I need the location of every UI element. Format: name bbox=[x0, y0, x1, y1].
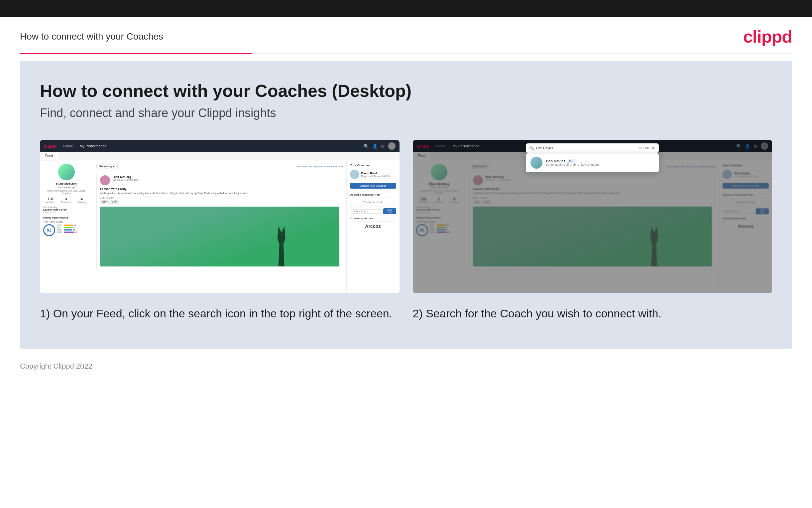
tag-app-1: APP bbox=[110, 200, 118, 204]
arccos-logo-1: Arccos bbox=[350, 221, 396, 231]
settings-icon-nav-1[interactable]: ⚙ bbox=[381, 144, 385, 149]
post-tags-1: OTT APP bbox=[100, 200, 339, 204]
following-count-1: 4 bbox=[77, 197, 87, 201]
connect-title-1: Connect your data bbox=[350, 217, 396, 220]
trackman-input-1[interactable] bbox=[350, 209, 382, 214]
followers-label-1: Followers bbox=[61, 201, 71, 203]
manage-coaches-btn-1[interactable]: Manage Your Coaches bbox=[350, 183, 396, 188]
search-icon-2: 🔍 bbox=[529, 146, 534, 151]
activities-label-1: Activities bbox=[46, 201, 55, 203]
post-author-1: Blair McHarg bbox=[113, 175, 138, 179]
search-result-tag-2: Pro bbox=[568, 159, 575, 163]
desktop-ui-1: clippd Home My Performance 🔍 👤 ⚙ bbox=[40, 140, 399, 293]
post-title-1: Lesson with Fordy bbox=[100, 187, 339, 190]
search-clear-btn-2[interactable]: CLEAR bbox=[638, 146, 650, 150]
perf-title-1: Player Performance bbox=[43, 216, 89, 219]
ui-nav-performance-1[interactable]: My Performance bbox=[80, 144, 107, 148]
page-title: How to connect with your Coaches bbox=[20, 31, 163, 42]
feed-tab-1[interactable]: Feed bbox=[40, 152, 58, 160]
trackman-placeholder-1: Trackman Link bbox=[350, 198, 396, 207]
step2-text: 2) Search for the Coach you wish to conn… bbox=[413, 305, 772, 322]
followers-count-1: 3 bbox=[61, 197, 71, 201]
search-result-item-2[interactable]: Dan Davies Pro Sunningdale Golf Club, Un… bbox=[526, 153, 659, 172]
following-bar-1: Following ▾ Control who can see your act… bbox=[96, 164, 343, 169]
footer-copyright: Copyright Clippd 2022 bbox=[20, 362, 92, 370]
ui-feed-main-1: Blair McHarg Plus Handicap Royal North D… bbox=[40, 160, 399, 293]
main-heading: How to connect with your Coaches (Deskto… bbox=[40, 81, 772, 101]
ui-navbar-1: clippd Home My Performance 🔍 👤 ⚙ bbox=[40, 140, 399, 152]
ui-sidebar-1: Blair McHarg Plus Handicap Royal North D… bbox=[40, 160, 93, 293]
post-avatar-1 bbox=[100, 175, 110, 185]
following-button-1[interactable]: Following ▾ bbox=[96, 164, 118, 169]
ui-center-feed-1: Following ▾ Control who can see your act… bbox=[93, 160, 346, 293]
post-duration-1: 01 hr : 30 min bbox=[100, 197, 339, 199]
screenshot-block-2: clippd Home My Performance 🔍 👤 ⚙ bbox=[413, 140, 772, 322]
footer: Copyright Clippd 2022 bbox=[0, 355, 812, 377]
score-circle-1: 92 bbox=[43, 224, 55, 236]
perf-sub-1: Total Player Quality bbox=[43, 220, 89, 223]
profile-handicap-1: Plus Handicap bbox=[43, 186, 89, 189]
trackman-input-row-1: Add Link bbox=[350, 208, 396, 214]
clippd-logo: clippd bbox=[743, 27, 792, 47]
post-meta-1: Yesterday · Sunningdale bbox=[113, 179, 138, 181]
golfer-silhouette-1 bbox=[272, 226, 291, 266]
screenshot-frame-2: clippd Home My Performance 🔍 👤 ⚙ bbox=[413, 140, 772, 293]
tag-ott-1: OTT bbox=[100, 200, 109, 204]
search-close-btn-2[interactable]: ✕ bbox=[652, 145, 656, 151]
ui-nav-icons-1: 🔍 👤 ⚙ bbox=[364, 142, 395, 150]
coach-item-1: David Ford Royal North Devon Golf Club bbox=[350, 170, 396, 179]
activities-count-1: 131 bbox=[46, 197, 55, 201]
player-performance-1: Player Performance Total Player Quality … bbox=[43, 216, 89, 236]
post-body-1: Looking to feel like my hands are exitin… bbox=[100, 192, 339, 195]
search-icon-nav-1[interactable]: 🔍 bbox=[364, 144, 369, 149]
profile-club-1: Royal North Devon Golf Club, United King… bbox=[43, 189, 89, 194]
search-overlay-2: 🔍 Dan Davies CLEAR ✕ Dan Davies bbox=[413, 140, 772, 293]
ui-right-sidebar-1: Your Coaches David Ford Royal North Devo… bbox=[346, 160, 399, 293]
latest-activity-1: Latest Activity Lesson with Fordy 03 Aug… bbox=[43, 206, 89, 214]
search-bar-2: 🔍 Dan Davies CLEAR ✕ bbox=[526, 143, 659, 153]
user-icon-nav-1[interactable]: 👤 bbox=[372, 144, 378, 149]
activity-name-1: Lesson with Fordy bbox=[43, 208, 89, 211]
desktop-ui-2: clippd Home My Performance 🔍 👤 ⚙ bbox=[413, 140, 772, 293]
header-divider bbox=[20, 53, 792, 54]
trackman-section-1: Upload a Trackman Test Trackman Link Add… bbox=[350, 193, 396, 214]
nav-avatar-1[interactable] bbox=[388, 142, 395, 150]
search-result-info-2: Dan Davies Pro Sunningdale Golf Club, Un… bbox=[546, 159, 599, 166]
control-link-1[interactable]: Control who can see your activity and da… bbox=[293, 165, 343, 168]
step1-text: 1) On your Feed, click on the search ico… bbox=[40, 305, 399, 322]
screenshot-frame-1: clippd Home My Performance 🔍 👤 ⚙ bbox=[40, 140, 399, 293]
main-subheading: Find, connect and share your Clippd insi… bbox=[40, 106, 772, 120]
search-result-name-2: Dan Davies bbox=[546, 159, 565, 163]
following-label-1: Following bbox=[77, 201, 87, 203]
trackman-title-1: Upload a Trackman Test bbox=[350, 193, 396, 196]
search-result-avatar-2 bbox=[530, 157, 542, 169]
post-image-1 bbox=[100, 207, 339, 266]
screenshots-row: clippd Home My Performance 🔍 👤 ⚙ bbox=[40, 140, 772, 322]
search-result-dropdown-2: Dan Davies Pro Sunningdale Golf Club, Un… bbox=[526, 153, 659, 172]
post-header-1: Blair McHarg Yesterday · Sunningdale bbox=[100, 175, 339, 185]
coach-name-1: David Ford bbox=[361, 172, 391, 175]
ui-nav-home-1[interactable]: Home bbox=[63, 144, 73, 148]
latest-activity-label-1: Latest Activity bbox=[43, 206, 89, 208]
post-card-1: Blair McHarg Yesterday · Sunningdale Les… bbox=[96, 172, 343, 270]
top-bar bbox=[0, 0, 812, 17]
coaches-title-1: Your Coaches bbox=[350, 164, 396, 167]
search-input-text-2[interactable]: Dan Davies bbox=[536, 146, 636, 150]
profile-image-1 bbox=[58, 164, 75, 180]
search-result-club-2: Sunningdale Golf Club, United Kingdom bbox=[546, 163, 599, 166]
coach-club-1: Royal North Devon Golf Club bbox=[361, 175, 391, 177]
feed-tab-bar-1: Feed bbox=[40, 152, 399, 160]
profile-name-1: Blair McHarg bbox=[43, 182, 89, 186]
main-content: How to connect with your Coaches (Deskto… bbox=[20, 61, 792, 349]
profile-stats-1: 131 Activities 3 Followers 4 Following bbox=[43, 197, 89, 203]
coach-avatar-1 bbox=[350, 170, 359, 179]
screenshot-block-1: clippd Home My Performance 🔍 👤 ⚙ bbox=[40, 140, 399, 322]
header: How to connect with your Coaches clippd bbox=[0, 17, 812, 53]
add-link-btn-1[interactable]: Add Link bbox=[383, 208, 396, 214]
ui-nav-logo-1: clippd bbox=[44, 144, 56, 149]
activity-date-1: 03 Aug 2022 bbox=[43, 211, 89, 214]
